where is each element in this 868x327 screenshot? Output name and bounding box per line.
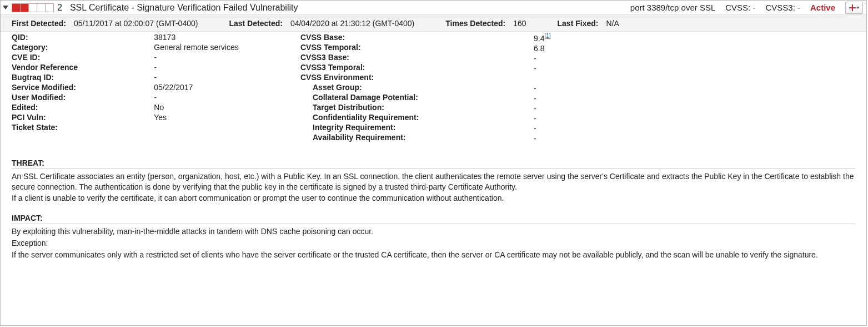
vulnerability-title: SSL Certificate - Signature Verification… — [70, 3, 630, 13]
cvss3-base-value: - — [534, 54, 567, 63]
cvss3-label: CVSS3: — [765, 3, 795, 12]
cvss-temporal-value: 6.8 — [534, 44, 567, 53]
collateral-damage-value: - — [534, 94, 567, 103]
threat-body: An SSL Certificate associates an entity … — [12, 171, 855, 204]
edited-value: No — [154, 103, 300, 112]
detail-column-left: QID: 38173 Category: General remote serv… — [12, 33, 300, 143]
vendor-ref-label: Vendor Reference — [12, 63, 139, 72]
vendor-ref-value: - — [154, 63, 300, 72]
threat-section: THREAT: An SSL Certificate associates an… — [1, 158, 866, 204]
severity-box-5 — [46, 4, 53, 12]
status-badge: Active — [810, 3, 835, 12]
ticket-state-label: Ticket State: — [12, 123, 139, 132]
impact-text-3: If the server communicates only with a r… — [12, 250, 855, 260]
cvss-label: CVSS: — [725, 3, 750, 12]
severity-box-2 — [21, 4, 29, 12]
title-row: 2 SSL Certificate - Signature Verificati… — [1, 1, 866, 15]
chevron-down-icon — [856, 7, 860, 9]
impact-text-2: Exception: — [12, 238, 855, 249]
title-right-meta: port 3389/tcp over SSL CVSS: - CVSS3: - … — [630, 2, 863, 14]
cvss-base-value: 9.4[1] — [534, 33, 567, 43]
cvss3-summary: CVSS3: - — [765, 3, 800, 12]
threat-divider — [12, 169, 855, 169]
cvss-base-label: CVSS Base: — [300, 33, 469, 42]
collapse-toggle-icon[interactable] — [3, 6, 8, 9]
target-distribution-value: - — [534, 104, 567, 113]
qid-label: QID: — [12, 33, 139, 42]
threat-text-2: If a client is unable to verify the cert… — [12, 193, 855, 204]
qid-value: 38173 — [154, 33, 300, 42]
cvss3-value: - — [797, 3, 800, 12]
edited-label: Edited: — [12, 103, 139, 112]
impact-body: By exploiting this vulnerability, man-in… — [12, 226, 855, 260]
asset-group-label: Asset Group: — [300, 83, 469, 92]
cvss-temporal-label: CVSS Temporal: — [300, 43, 469, 52]
detail-column-right-labels: CVSS Base: CVSS Temporal: CVSS3 Base: CV… — [300, 33, 534, 143]
asset-group-value: - — [534, 84, 567, 93]
service-modified-label: Service Modified: — [12, 83, 139, 92]
detection-summary-bar: First Detected: 05/11/2017 at 02:00:07 (… — [1, 15, 866, 32]
category-value: General remote services — [154, 43, 300, 52]
impact-divider — [12, 224, 855, 224]
last-detected-label: Last Detected: — [229, 19, 282, 28]
cvss-summary: CVSS: - — [725, 3, 755, 12]
cvss3-temporal-label: CVSS3 Temporal: — [300, 63, 469, 72]
vulnerability-panel: 2 SSL Certificate - Signature Verificati… — [0, 0, 867, 326]
availability-req-value: - — [534, 134, 567, 143]
threat-text-1: An SSL Certificate associates an entity … — [12, 171, 855, 192]
severity-box-4 — [37, 4, 46, 12]
cvss3-temporal-value: - — [534, 64, 567, 73]
times-detected-label: Times Detected: — [445, 19, 505, 28]
first-detected-value: 05/11/2017 at 02:00:07 (GMT-0400) — [74, 19, 198, 28]
cvss-env-value — [534, 74, 567, 83]
severity-number: 2 — [57, 3, 62, 13]
cvss-env-label: CVSS Environment: — [300, 73, 469, 82]
cve-label: CVE ID: — [12, 53, 139, 62]
cve-value: - — [154, 53, 300, 62]
severity-meter — [12, 3, 54, 12]
port-info: port 3389/tcp over SSL — [630, 3, 715, 12]
collateral-damage-label: Collateral Damage Potential: — [300, 93, 469, 102]
cvss-value: - — [752, 3, 755, 12]
last-detected-value: 04/04/2020 at 21:30:12 (GMT-0400) — [290, 19, 414, 28]
last-fixed-value: N/A — [606, 19, 619, 28]
first-detected-label: First Detected: — [12, 19, 66, 28]
bugtraq-value: - — [154, 73, 300, 82]
cvss3-base-label: CVSS3 Base: — [300, 53, 469, 62]
integrity-req-value: - — [534, 124, 567, 133]
impact-section: IMPACT: By exploiting this vulnerability… — [1, 214, 866, 260]
category-label: Category: — [12, 43, 139, 52]
bugtraq-label: Bugtraq ID: — [12, 73, 139, 82]
impact-text-1: By exploiting this vulnerability, man-in… — [12, 226, 855, 237]
pci-vuln-value: Yes — [154, 113, 300, 122]
plus-icon — [849, 4, 856, 11]
availability-req-label: Availability Requirement: — [300, 133, 469, 142]
cvss-base-number: 9.4 — [534, 34, 544, 43]
ticket-state-value — [154, 123, 300, 132]
times-detected-value: 160 — [513, 19, 526, 28]
user-modified-label: User Modified: — [12, 93, 139, 102]
service-modified-value: 05/22/2017 — [154, 83, 300, 92]
pci-vuln-label: PCI Vuln: — [12, 113, 139, 122]
detail-grid: QID: 38173 Category: General remote serv… — [1, 32, 866, 148]
last-fixed-label: Last Fixed: — [558, 19, 599, 28]
threat-label: THREAT: — [12, 158, 855, 167]
confidentiality-req-value: - — [534, 114, 567, 123]
impact-label: IMPACT: — [12, 214, 855, 222]
target-distribution-label: Target Distribution: — [300, 103, 469, 112]
severity-box-1 — [12, 4, 21, 12]
user-modified-value: - — [154, 93, 300, 102]
severity-box-3 — [29, 4, 37, 12]
detail-column-right-values: 9.4[1] 6.8 - - - - - - - - — [534, 33, 567, 143]
integrity-req-label: Integrity Requirement: — [300, 123, 469, 132]
add-action-button[interactable] — [845, 2, 863, 14]
cvss-base-ref-link[interactable]: [1] — [544, 33, 550, 39]
confidentiality-req-label: Confidentiality Requirement: — [300, 113, 469, 122]
